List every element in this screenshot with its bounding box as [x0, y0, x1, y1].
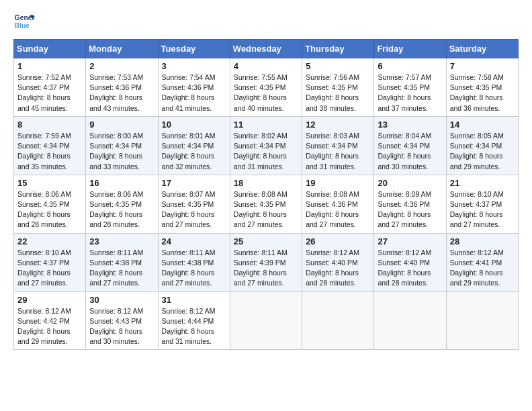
day-number: 4	[234, 61, 298, 71]
day-number: 28	[450, 236, 515, 246]
calendar-cell	[230, 291, 302, 350]
calendar-cell: 24 Sunrise: 8:11 AM Sunset: 4:38 PM Dayl…	[158, 233, 230, 291]
sunset-label: Sunset: 4:34 PM	[306, 142, 358, 150]
daylight-label: Daylight: 8 hours and 27 minutes.	[17, 269, 71, 287]
calendar-cell: 3 Sunrise: 7:54 AM Sunset: 4:36 PM Dayli…	[158, 58, 230, 117]
week-row-2: 8 Sunrise: 7:59 AM Sunset: 4:34 PM Dayli…	[14, 116, 519, 175]
daylight-label: Daylight: 8 hours and 31 minutes.	[162, 327, 215, 345]
daylight-label: Daylight: 8 hours and 31 minutes.	[306, 152, 359, 170]
day-number: 20	[378, 178, 442, 188]
day-number: 2	[89, 61, 154, 71]
cell-content: Sunrise: 8:04 AM Sunset: 4:34 PM Dayligh…	[378, 131, 442, 172]
calendar-cell: 31 Sunrise: 8:12 AM Sunset: 4:44 PM Dayl…	[158, 291, 230, 350]
cell-content: Sunrise: 8:12 AM Sunset: 4:40 PM Dayligh…	[378, 248, 442, 289]
calendar-cell: 18 Sunrise: 8:08 AM Sunset: 4:35 PM Dayl…	[230, 175, 302, 233]
daylight-label: Daylight: 8 hours and 29 minutes.	[450, 269, 503, 287]
cell-content: Sunrise: 8:02 AM Sunset: 4:34 PM Dayligh…	[234, 131, 298, 172]
sunrise-label: Sunrise: 7:55 AM	[234, 73, 287, 81]
sunset-label: Sunset: 4:43 PM	[89, 317, 142, 325]
calendar-cell: 6 Sunrise: 7:57 AM Sunset: 4:35 PM Dayli…	[374, 58, 446, 117]
sunset-label: Sunset: 4:34 PM	[234, 142, 286, 150]
cell-content: Sunrise: 7:56 AM Sunset: 4:35 PM Dayligh…	[306, 73, 370, 113]
sunset-label: Sunset: 4:35 PM	[89, 200, 142, 208]
calendar-cell: 16 Sunrise: 8:06 AM Sunset: 4:35 PM Dayl…	[86, 175, 158, 233]
calendar-cell: 8 Sunrise: 7:59 AM Sunset: 4:34 PM Dayli…	[14, 116, 86, 175]
sunrise-label: Sunrise: 8:08 AM	[234, 190, 287, 198]
sunrise-label: Sunrise: 8:11 AM	[162, 248, 216, 257]
cell-content: Sunrise: 8:03 AM Sunset: 4:34 PM Dayligh…	[306, 131, 370, 172]
day-number: 11	[234, 120, 298, 130]
daylight-label: Daylight: 8 hours and 37 minutes.	[378, 93, 431, 111]
daylight-label: Daylight: 8 hours and 27 minutes.	[450, 210, 503, 228]
cell-content: Sunrise: 7:57 AM Sunset: 4:35 PM Dayligh…	[378, 73, 442, 113]
cell-content: Sunrise: 8:11 AM Sunset: 4:38 PM Dayligh…	[162, 248, 226, 289]
week-row-4: 22 Sunrise: 8:10 AM Sunset: 4:37 PM Dayl…	[14, 233, 519, 291]
day-number: 15	[17, 178, 82, 188]
calendar-cell	[374, 291, 446, 350]
day-number: 6	[378, 61, 442, 71]
calendar-cell: 25 Sunrise: 8:11 AM Sunset: 4:39 PM Dayl…	[230, 233, 302, 291]
day-number: 16	[89, 178, 154, 188]
cell-content: Sunrise: 8:06 AM Sunset: 4:35 PM Dayligh…	[89, 189, 154, 230]
calendar-cell: 1 Sunrise: 7:52 AM Sunset: 4:37 PM Dayli…	[14, 58, 86, 117]
calendar-cell	[302, 291, 374, 350]
sunrise-label: Sunrise: 8:12 AM	[17, 307, 71, 315]
day-number: 10	[162, 120, 226, 130]
cell-content: Sunrise: 7:53 AM Sunset: 4:36 PM Dayligh…	[89, 73, 154, 113]
calendar-cell: 13 Sunrise: 8:04 AM Sunset: 4:34 PM Dayl…	[374, 116, 446, 175]
sunrise-label: Sunrise: 8:06 AM	[89, 190, 143, 198]
sunset-label: Sunset: 4:34 PM	[450, 142, 502, 150]
cell-content: Sunrise: 8:12 AM Sunset: 4:43 PM Dayligh…	[89, 306, 154, 347]
daylight-label: Daylight: 8 hours and 35 minutes.	[17, 152, 71, 170]
sunrise-label: Sunrise: 8:10 AM	[450, 190, 504, 198]
cell-content: Sunrise: 8:09 AM Sunset: 4:36 PM Dayligh…	[378, 189, 442, 230]
daylight-label: Daylight: 8 hours and 29 minutes.	[17, 327, 71, 345]
calendar-cell: 27 Sunrise: 8:12 AM Sunset: 4:40 PM Dayl…	[374, 233, 446, 291]
calendar-cell: 30 Sunrise: 8:12 AM Sunset: 4:43 PM Dayl…	[86, 291, 158, 350]
daylight-label: Daylight: 8 hours and 27 minutes.	[234, 210, 287, 228]
calendar-cell: 26 Sunrise: 8:12 AM Sunset: 4:40 PM Dayl…	[302, 233, 374, 291]
sunrise-label: Sunrise: 8:08 AM	[306, 190, 359, 198]
day-number: 26	[306, 236, 370, 246]
sunset-label: Sunset: 4:36 PM	[306, 200, 358, 208]
day-number: 17	[162, 178, 226, 188]
sunrise-label: Sunrise: 8:11 AM	[89, 248, 143, 257]
calendar-cell: 10 Sunrise: 8:01 AM Sunset: 4:34 PM Dayl…	[158, 116, 230, 175]
day-number: 13	[378, 120, 442, 130]
daylight-label: Daylight: 8 hours and 28 minutes.	[306, 269, 359, 287]
sunset-label: Sunset: 4:35 PM	[234, 200, 286, 208]
calendar-cell: 28 Sunrise: 8:12 AM Sunset: 4:41 PM Dayl…	[446, 233, 518, 291]
sunset-label: Sunset: 4:35 PM	[234, 83, 286, 91]
cell-content: Sunrise: 8:12 AM Sunset: 4:44 PM Dayligh…	[162, 306, 226, 347]
sunset-label: Sunset: 4:44 PM	[162, 317, 214, 325]
daylight-label: Daylight: 8 hours and 27 minutes.	[306, 210, 359, 228]
header-sunday: Sunday	[14, 40, 86, 58]
sunset-label: Sunset: 4:38 PM	[89, 259, 142, 267]
day-number: 9	[89, 120, 154, 130]
day-number: 14	[450, 120, 515, 130]
sunrise-label: Sunrise: 8:12 AM	[162, 307, 216, 315]
sunrise-label: Sunrise: 8:02 AM	[234, 132, 287, 140]
cell-content: Sunrise: 7:59 AM Sunset: 4:34 PM Dayligh…	[17, 131, 82, 172]
day-number: 22	[17, 236, 82, 246]
svg-text:Blue: Blue	[15, 22, 30, 30]
daylight-label: Daylight: 8 hours and 28 minutes.	[378, 269, 431, 287]
day-number: 7	[450, 61, 515, 71]
day-number: 19	[306, 178, 370, 188]
sunset-label: Sunset: 4:36 PM	[378, 200, 430, 208]
calendar-cell: 20 Sunrise: 8:09 AM Sunset: 4:36 PM Dayl…	[374, 175, 446, 233]
sunrise-label: Sunrise: 8:11 AM	[234, 248, 287, 257]
calendar-cell: 4 Sunrise: 7:55 AM Sunset: 4:35 PM Dayli…	[230, 58, 302, 117]
sunrise-label: Sunrise: 8:12 AM	[306, 248, 359, 257]
calendar-cell: 21 Sunrise: 8:10 AM Sunset: 4:37 PM Dayl…	[446, 175, 518, 233]
calendar-cell: 2 Sunrise: 7:53 AM Sunset: 4:36 PM Dayli…	[86, 58, 158, 117]
sunrise-label: Sunrise: 7:56 AM	[306, 73, 359, 81]
daylight-label: Daylight: 8 hours and 29 minutes.	[450, 152, 503, 170]
sunrise-label: Sunrise: 8:07 AM	[162, 190, 216, 198]
day-number: 27	[378, 236, 442, 246]
header-tuesday: Tuesday	[158, 40, 230, 58]
daylight-label: Daylight: 8 hours and 30 minutes.	[89, 327, 142, 345]
daylight-label: Daylight: 8 hours and 45 minutes.	[17, 93, 71, 111]
cell-content: Sunrise: 8:12 AM Sunset: 4:42 PM Dayligh…	[17, 306, 82, 347]
daylight-label: Daylight: 8 hours and 28 minutes.	[17, 210, 71, 228]
